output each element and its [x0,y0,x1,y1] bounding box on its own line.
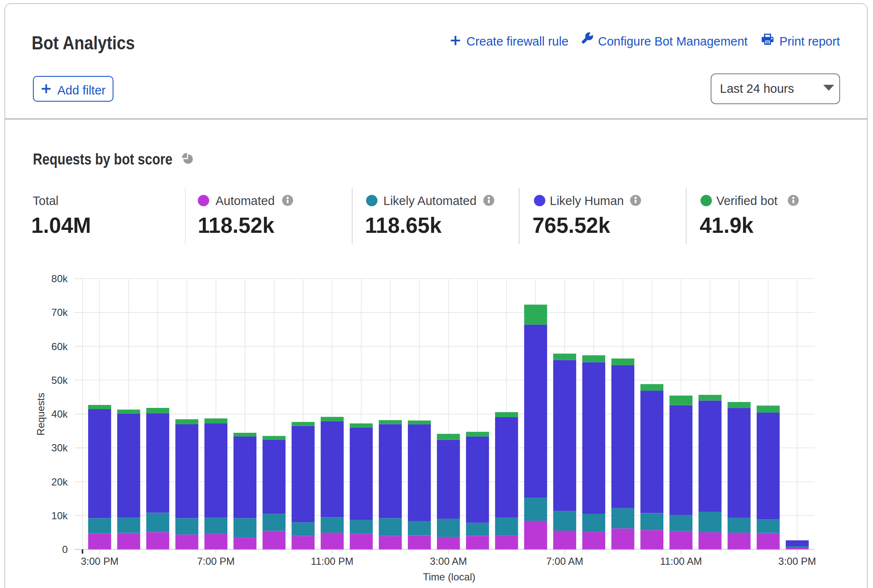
svg-text:10k: 10k [51,510,68,521]
svg-text:3:00 AM: 3:00 AM [430,556,467,567]
svg-text:Time (local): Time (local) [423,571,475,583]
svg-text:11:00 PM: 11:00 PM [311,556,353,567]
svg-text:50k: 50k [51,375,68,386]
svg-text:11:00 AM: 11:00 AM [660,556,702,567]
svg-text:40k: 40k [51,408,68,420]
svg-text:60k: 60k [51,341,68,352]
svg-text:Requests: Requests [35,393,46,435]
svg-text:20k: 20k [51,476,68,488]
svg-text:3:00 PM: 3:00 PM [779,556,816,567]
svg-text:3:00 PM: 3:00 PM [81,556,119,567]
svg-text:30k: 30k [51,442,68,453]
svg-text:0: 0 [62,544,67,555]
svg-text:80k: 80k [51,273,68,284]
svg-text:7:00 PM: 7:00 PM [197,556,234,567]
svg-text:7:00 AM: 7:00 AM [546,556,583,567]
svg-text:70k: 70k [51,307,68,318]
